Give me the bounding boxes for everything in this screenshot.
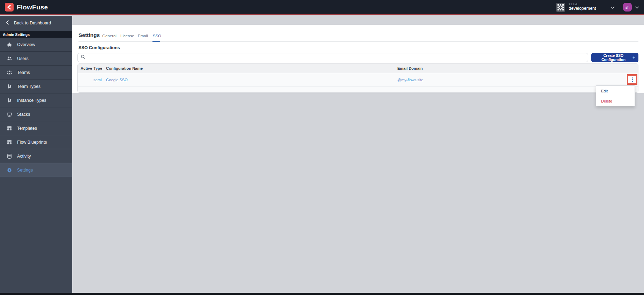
cell-type-link[interactable]: saml	[93, 78, 106, 82]
sidebar-item-stacks[interactable]: Stacks	[0, 107, 72, 121]
top-navbar: FlowFuse TEAM: developement	[0, 0, 644, 15]
team-selector[interactable]: TEAM: developement	[554, 1, 617, 13]
chevron-left-icon	[6, 20, 9, 26]
sidebar-item-templates[interactable]: Templates	[0, 121, 72, 135]
sidebar-item-label: Activity	[17, 154, 31, 159]
admin-settings-section-label: Admin Settings	[0, 31, 72, 38]
table-header-row: Active Type Configuration Name Email Dom…	[78, 64, 638, 73]
chevron-down-icon	[611, 4, 615, 10]
flowfuse-logo[interactable]: FlowFuse	[5, 3, 48, 12]
team-identicon	[556, 3, 565, 12]
search-input[interactable]	[88, 55, 585, 60]
row-actions-kebab-button[interactable]	[627, 74, 637, 85]
column-header-type: Type	[93, 66, 106, 70]
swatch-icon	[7, 84, 12, 89]
swatch-icon	[7, 98, 12, 103]
brand-name: FlowFuse	[17, 3, 48, 11]
search-icon	[81, 54, 85, 61]
flowfuse-logo-icon	[5, 3, 14, 12]
sidebar-item-flow-blueprints[interactable]: Flow Blueprints	[0, 135, 72, 149]
team-name: developement	[569, 6, 596, 11]
user-group-icon	[7, 70, 12, 75]
sidebar-item-label: Teams	[17, 70, 30, 75]
back-to-dashboard-label: Back to Dashboard	[14, 21, 51, 25]
sidebar-item-label: Team Types	[17, 84, 40, 89]
sso-configurations-table: Active Type Configuration Name Email Dom…	[77, 63, 638, 93]
team-texts: TEAM: developement	[569, 3, 596, 11]
tab-email[interactable]: Email	[138, 34, 148, 38]
tab-sso[interactable]: SSO	[153, 34, 161, 38]
plus-icon: +	[632, 55, 635, 60]
navbar-right: TEAM: developement sh	[554, 1, 639, 13]
context-menu-item-delete[interactable]: Delete	[596, 96, 635, 106]
tabs-divider	[78, 41, 638, 42]
row-actions-context-menu: Edit Delete	[596, 85, 635, 106]
tab-license[interactable]: License	[120, 34, 134, 38]
scale-icon	[7, 42, 12, 47]
app-root: FlowFuse TEAM: developement	[0, 0, 644, 295]
create-sso-configuration-label: Create SSO Configuration	[594, 53, 632, 62]
database-icon	[7, 153, 12, 159]
sidebar-item-overview[interactable]: Overview	[0, 38, 72, 52]
sso-configurations-title: SSO Configurations	[78, 45, 120, 50]
active-tab-underline	[152, 41, 160, 42]
admin-sidebar: Back to Dashboard Admin Settings Overvie…	[0, 16, 72, 295]
tab-general[interactable]: General	[102, 34, 117, 38]
sidebar-item-users[interactable]: Users	[0, 52, 72, 66]
column-header-email-domain: Email Domain	[397, 66, 638, 70]
sidebar-item-label: Stacks	[17, 112, 30, 117]
sidebar-item-teams[interactable]: Teams	[0, 66, 72, 80]
sidebar-item-label: Users	[17, 56, 29, 61]
sidebar-item-settings[interactable]: Settings	[0, 163, 72, 177]
sidebar-item-instance-types[interactable]: Instance Types	[0, 93, 72, 107]
page-title: Settings	[78, 32, 100, 38]
sidebar-item-label: Templates	[17, 126, 37, 131]
search-box	[77, 53, 588, 62]
sidebar-item-label: Flow Blueprints	[17, 140, 47, 145]
create-sso-configuration-button[interactable]: Create SSO Configuration +	[591, 53, 638, 62]
cell-configuration-name-link[interactable]: Google SSO	[106, 78, 397, 82]
chevron-down-icon	[635, 4, 639, 10]
sidebar-item-label: Settings	[17, 168, 33, 173]
sidebar-item-activity[interactable]: Activity	[0, 149, 72, 163]
column-header-configuration-name: Configuration Name	[106, 66, 397, 70]
user-menu[interactable]: sh	[623, 3, 639, 12]
table-row[interactable]: saml Google SSO @my-flows.site	[78, 73, 638, 86]
template-icon	[7, 139, 12, 145]
gear-icon	[7, 167, 12, 173]
sidebar-item-team-types[interactable]: Team Types	[0, 80, 72, 93]
users-icon	[7, 56, 12, 61]
desktop-icon	[7, 112, 12, 117]
context-menu-item-edit[interactable]: Edit	[596, 86, 635, 96]
column-header-active: Active	[81, 66, 93, 70]
back-to-dashboard[interactable]: Back to Dashboard	[0, 17, 72, 29]
sidebar-item-label: Instance Types	[17, 98, 46, 103]
avatar: sh	[623, 3, 632, 12]
window-bottom-edge	[0, 293, 644, 295]
template-icon	[7, 126, 12, 131]
cell-email-domain-link[interactable]: @my-flows.site	[397, 78, 638, 82]
kebab-icon	[632, 77, 633, 82]
sidebar-item-label: Overview	[17, 42, 35, 47]
